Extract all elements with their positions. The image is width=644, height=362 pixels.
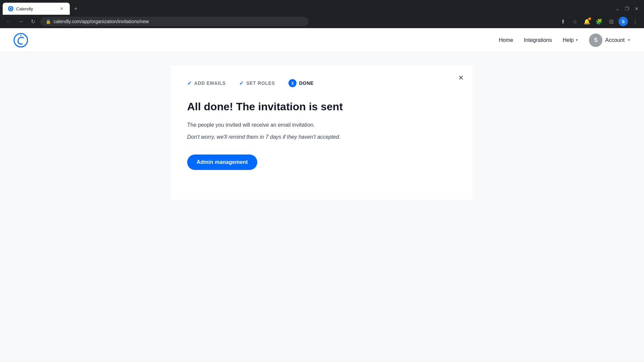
new-tab-button[interactable]: + — [71, 4, 80, 13]
active-tab[interactable]: Calendly ✕ — [3, 3, 70, 15]
page-content: Home Integrations Help ▼ S Account ▼ ✕ ✓ — [0, 28, 644, 361]
account-avatar: S — [589, 34, 602, 47]
address-bar[interactable]: 🔒 calendly.com/app/organization/invitati… — [40, 17, 309, 26]
step-2-check-icon: ✓ — [239, 80, 244, 86]
step-1: ✓ ADD EMAILS — [187, 80, 226, 86]
forward-button[interactable]: → — [16, 17, 25, 26]
tab-favicon — [8, 6, 13, 11]
main-content: ✕ ✓ ADD EMAILS ✓ SET ROLES 3 DONE All do… — [0, 52, 644, 361]
browser-actions: ⬆ ☆ 🔔 🧩 ⊟ S ⋮ — [558, 17, 640, 26]
stepper: ✓ ADD EMAILS ✓ SET ROLES 3 DONE — [187, 79, 457, 87]
address-bar-row: ← → ↻ 🔒 calendly.com/app/organization/in… — [0, 15, 644, 28]
share-button[interactable]: ⬆ — [558, 17, 568, 26]
step-3-number: 3 — [288, 79, 297, 87]
admin-management-button[interactable]: Admin management — [187, 155, 257, 170]
help-chevron-icon: ▼ — [575, 38, 578, 42]
browser-profile[interactable]: S — [619, 17, 628, 26]
tab-bar: Calendly ✕ + ⌄ ❐ ✕ — [0, 0, 644, 15]
step-3: 3 DONE — [288, 79, 314, 87]
done-description: The people you invited will receive an e… — [187, 121, 457, 129]
step-2-label: SET ROLES — [246, 80, 275, 86]
maximize-button[interactable]: ❐ — [625, 6, 629, 11]
nav-help[interactable]: Help ▼ — [562, 37, 578, 43]
account-chevron-icon: ▼ — [627, 38, 631, 42]
step-3-label: DONE — [299, 80, 314, 86]
top-nav: Home Integrations Help ▼ S Account ▼ — [0, 28, 644, 52]
step-2: ✓ SET ROLES — [239, 80, 275, 86]
done-note: Don't worry, we'll remind them in 7 days… — [187, 133, 457, 141]
browser-chrome: Calendly ✕ + ⌄ ❐ ✕ ← → ↻ 🔒 calendly.com/… — [0, 0, 644, 28]
logo-container[interactable] — [13, 33, 28, 48]
window-controls: ⌄ ❐ ✕ — [615, 6, 641, 11]
tab-title: Calendly — [16, 6, 56, 11]
nav-integrations[interactable]: Integrations — [524, 37, 552, 43]
step-1-label: ADD EMAILS — [194, 80, 226, 86]
split-view-button[interactable]: ⊟ — [606, 17, 616, 26]
nav-home[interactable]: Home — [499, 37, 513, 43]
modal-container: ✕ ✓ ADD EMAILS ✓ SET ROLES 3 DONE All do… — [171, 66, 473, 200]
nav-account[interactable]: S Account ▼ — [589, 34, 631, 47]
step-1-check-icon: ✓ — [187, 80, 192, 86]
done-title: All done! The invitation is sent — [187, 101, 457, 113]
nav-links: Home Integrations Help ▼ S Account ▼ — [499, 34, 631, 47]
url-text: calendly.com/app/organization/invitation… — [54, 19, 149, 24]
refresh-button[interactable]: ↻ — [28, 17, 38, 26]
close-window-button[interactable]: ✕ — [635, 6, 639, 11]
back-button[interactable]: ← — [4, 17, 13, 26]
bookmark-button[interactable]: ☆ — [570, 17, 580, 26]
extensions-button[interactable]: 🧩 — [594, 17, 604, 26]
menu-button[interactable]: ⋮ — [631, 17, 640, 26]
lock-icon: 🔒 — [46, 19, 51, 24]
minimize-button[interactable]: ⌄ — [615, 6, 620, 11]
notifications-button[interactable]: 🔔 — [582, 17, 592, 26]
tab-close-button[interactable]: ✕ — [59, 6, 64, 11]
close-button[interactable]: ✕ — [455, 72, 466, 83]
account-label: Account — [605, 37, 625, 43]
